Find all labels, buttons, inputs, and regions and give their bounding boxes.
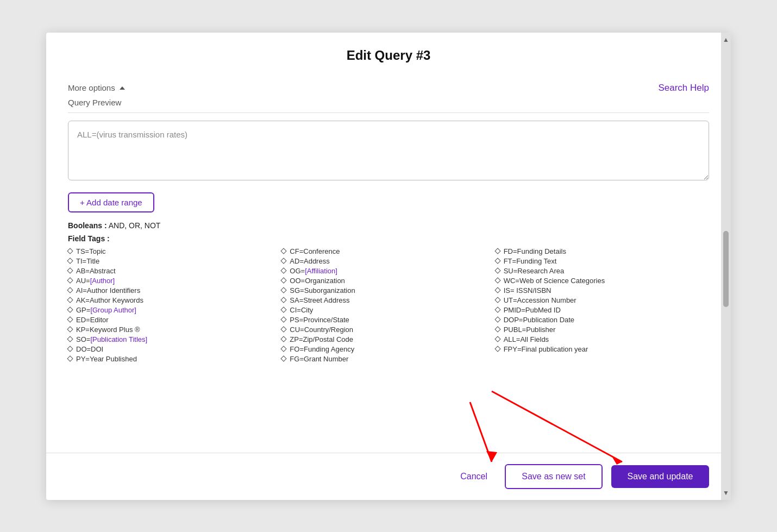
diamond-icon (494, 287, 500, 293)
list-item: CI=City (281, 306, 484, 314)
field-tags-grid: TS=Topic TI=Title AB=Abstract AU=[Author… (68, 247, 709, 365)
booleans-line: Booleans : AND, OR, NOT (68, 221, 709, 230)
modal-title: Edit Query #3 (68, 48, 709, 63)
edit-query-modal: ▲ ▼ Edit Query #3 More options Search He… (46, 33, 731, 500)
diamond-icon (494, 277, 500, 283)
list-item: AI=Author Identifiers (68, 286, 271, 295)
diamond-icon (67, 277, 73, 283)
list-item: ZP=Zip/Postal Code (281, 335, 484, 343)
diamond-icon (494, 306, 500, 312)
field-tags-col-3: FD=Funding Details FT=Funding Text SU=Re… (496, 247, 709, 365)
query-textarea[interactable]: ALL=(virus transmission rates) (68, 121, 709, 180)
list-item: GP=[Group Author] (68, 306, 271, 314)
diamond-icon (67, 297, 73, 303)
diamond-icon (281, 277, 287, 283)
more-options-label: More options (68, 83, 115, 92)
arrow-up-icon (120, 86, 125, 90)
field-tags-col-2: CF=Conference AD=Address OG=[Affiliation… (281, 247, 495, 365)
diamond-icon (494, 267, 500, 273)
scrollbar-thumb[interactable] (723, 231, 729, 307)
field-tags-section: Field Tags : TS=Topic TI=Title AB=Abstra… (68, 234, 709, 365)
list-item: AD=Address (281, 257, 484, 265)
more-options-toggle[interactable]: More options (68, 83, 125, 92)
cancel-button[interactable]: Cancel (452, 467, 496, 486)
diamond-icon (281, 287, 287, 293)
list-item: DO=DOI (68, 345, 271, 353)
diamond-icon (281, 336, 287, 342)
diamond-icon (67, 248, 73, 254)
save-as-new-set-button[interactable]: Save as new set (505, 464, 603, 489)
list-item: FO=Funding Agency (281, 345, 484, 353)
diamond-icon (281, 248, 287, 254)
diamond-icon (494, 326, 500, 332)
modal-header: Edit Query #3 (46, 33, 731, 72)
diamond-icon (67, 267, 73, 273)
list-item: DOP=Publication Date (496, 316, 698, 324)
list-item: OO=Organization (281, 277, 484, 285)
list-item: FG=Grant Number (281, 355, 484, 363)
list-item: SA=Street Address (281, 296, 484, 304)
diamond-icon (494, 316, 500, 322)
diamond-icon (281, 326, 287, 332)
diamond-icon (281, 258, 287, 264)
list-item: SU=Research Area (496, 267, 698, 275)
list-item: TS=Topic (68, 247, 271, 255)
list-item: PS=Province/State (281, 316, 484, 324)
divider (68, 112, 709, 113)
list-item: AU=[Author] (68, 277, 271, 285)
search-help-link[interactable]: Search Help (658, 83, 709, 93)
diamond-icon (281, 346, 287, 352)
list-item: KP=Keyword Plus ® (68, 326, 271, 334)
list-item: CU=Country/Region (281, 326, 484, 334)
list-item: FT=Funding Text (496, 257, 698, 265)
diamond-icon (67, 316, 73, 322)
modal-footer: Cancel Save as new set Save and update (46, 453, 731, 500)
list-item: TI=Title (68, 257, 271, 265)
diamond-icon (281, 297, 287, 303)
field-tags-title: Field Tags : (68, 234, 709, 243)
scroll-down-arrow[interactable]: ▼ (722, 488, 730, 498)
list-item: ED=Editor (68, 316, 271, 324)
diamond-icon (494, 336, 500, 342)
diamond-icon (67, 306, 73, 312)
field-tags-col-1: TS=Topic TI=Title AB=Abstract AU=[Author… (68, 247, 281, 365)
diamond-icon (67, 287, 73, 293)
list-item: IS= ISSN/ISBN (496, 286, 698, 295)
top-controls: More options Search Help (68, 83, 709, 93)
booleans-label: Booleans : (68, 221, 107, 230)
diamond-icon (67, 326, 73, 332)
list-item: AK=Author Keywords (68, 296, 271, 304)
list-item: PUBL=Publisher (496, 326, 698, 334)
list-item: CF=Conference (281, 247, 484, 255)
list-item: UT=Accession Number (496, 296, 698, 304)
list-item: FPY=Final publication year (496, 345, 698, 353)
list-item: WC=Web of Science Categories (496, 277, 698, 285)
query-preview-label: Query Preview (68, 98, 709, 107)
diamond-icon (281, 316, 287, 322)
diamond-icon (281, 267, 287, 273)
list-item: AB=Abstract (68, 267, 271, 275)
diamond-icon (494, 346, 500, 352)
add-date-range-label: + Add date range (80, 198, 142, 207)
diamond-icon (494, 297, 500, 303)
scrollbar[interactable]: ▲ ▼ (721, 33, 731, 500)
list-item: SG=Suborganization (281, 286, 484, 295)
modal-body: More options Search Help Query Preview A… (46, 72, 731, 453)
diamond-icon (494, 258, 500, 264)
diamond-icon (281, 355, 287, 361)
scroll-up-arrow[interactable]: ▲ (722, 35, 730, 45)
add-date-range-button[interactable]: + Add date range (68, 192, 154, 212)
list-item: PMID=PubMed ID (496, 306, 698, 314)
list-item: SO=[Publication Titles] (68, 335, 271, 343)
diamond-icon (67, 258, 73, 264)
booleans-values: AND, OR, NOT (109, 221, 161, 230)
save-and-update-button[interactable]: Save and update (611, 465, 709, 488)
diamond-icon (67, 336, 73, 342)
diamond-icon (281, 306, 287, 312)
list-item: ALL=All Fields (496, 335, 698, 343)
list-item: FD=Funding Details (496, 247, 698, 255)
diamond-icon (67, 346, 73, 352)
list-item: OG=[Affiliation] (281, 267, 484, 275)
diamond-icon (494, 248, 500, 254)
diamond-icon (67, 355, 73, 361)
